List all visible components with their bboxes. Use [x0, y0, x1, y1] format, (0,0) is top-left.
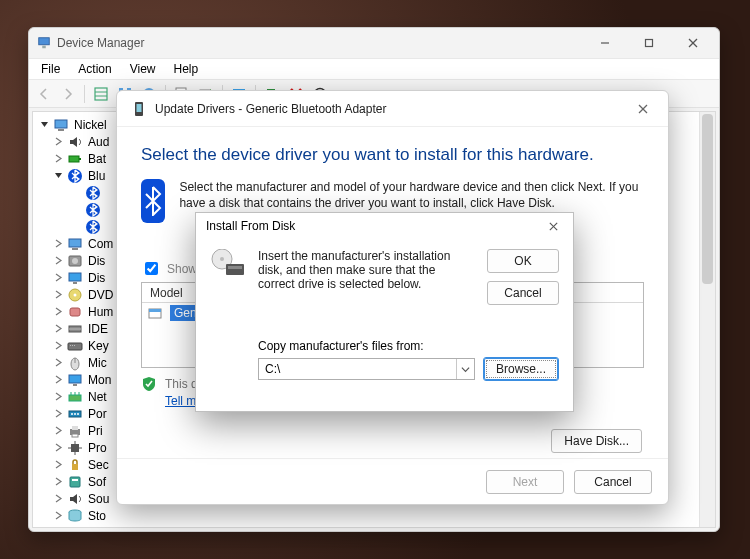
svg-rect-60 [71, 444, 79, 452]
ok-button[interactable]: OK [487, 249, 559, 273]
tree-node-label: Net [86, 390, 109, 404]
tree-node-label: Sys [86, 526, 110, 529]
tree-node-label: IDE [86, 322, 110, 336]
svg-rect-61 [72, 464, 78, 470]
svg-rect-65 [69, 528, 81, 529]
show-compatible-input[interactable] [145, 262, 158, 275]
install-from-disk-message: Insert the manufacturer's installation d… [258, 249, 472, 291]
update-drivers-close-button[interactable] [624, 95, 662, 123]
update-drivers-titlebar[interactable]: Update Drivers - Generic Bluetooth Adapt… [117, 91, 668, 127]
battery-icon [67, 151, 83, 167]
expander-icon[interactable] [53, 357, 64, 368]
tree-node[interactable]: Sys [39, 524, 715, 528]
svg-point-56 [77, 413, 79, 415]
cancel-button[interactable]: Cancel [574, 470, 652, 494]
svg-point-55 [74, 413, 76, 415]
tree-node[interactable]: Sto [39, 507, 715, 524]
net-icon [67, 389, 83, 405]
svg-rect-52 [69, 395, 81, 401]
expander-icon[interactable] [71, 221, 82, 232]
minimize-button[interactable] [583, 29, 627, 57]
sound-icon [67, 491, 83, 507]
expander-icon[interactable] [53, 425, 64, 436]
install-from-disk-close-button[interactable] [537, 215, 569, 237]
expander-icon[interactable] [53, 306, 64, 317]
svg-rect-38 [73, 282, 77, 284]
browse-button[interactable]: Browse... [483, 357, 559, 381]
bt-icon [85, 219, 101, 235]
svg-rect-33 [69, 239, 81, 247]
svg-rect-63 [72, 479, 78, 481]
mouse-icon [67, 355, 83, 371]
menu-file[interactable]: File [33, 60, 68, 78]
expander-icon[interactable] [53, 476, 64, 487]
install-from-disk-titlebar[interactable]: Install From Disk [196, 213, 573, 239]
expander-icon[interactable] [53, 442, 64, 453]
path-dropdown-button[interactable] [456, 359, 474, 379]
computer-icon [67, 236, 83, 252]
toolbar-forward-button[interactable] [57, 83, 79, 105]
expander-icon[interactable] [39, 119, 50, 130]
toolbar-detail-view-button[interactable] [90, 83, 112, 105]
svg-rect-59 [72, 434, 78, 437]
menu-action[interactable]: Action [70, 60, 119, 78]
expander-icon[interactable] [53, 374, 64, 385]
tree-node-label: Key [86, 339, 111, 353]
have-disk-button[interactable]: Have Disk... [551, 429, 642, 453]
maximize-button[interactable] [627, 29, 671, 57]
display-icon [67, 270, 83, 286]
expander-icon[interactable] [53, 255, 64, 266]
expander-icon[interactable] [53, 493, 64, 504]
svg-rect-51 [73, 384, 77, 386]
expander-icon[interactable] [53, 391, 64, 402]
path-input[interactable] [259, 362, 456, 376]
expander-icon[interactable] [71, 187, 82, 198]
expander-icon[interactable] [53, 527, 64, 528]
svg-point-36 [72, 258, 78, 264]
tree-node-label: Hum [86, 305, 115, 319]
svg-point-40 [74, 293, 77, 296]
tree-node-label: Por [86, 407, 109, 421]
expander-icon[interactable] [53, 408, 64, 419]
svg-point-54 [71, 413, 73, 415]
expander-icon[interactable] [53, 136, 64, 147]
tree-scrollbar[interactable] [699, 112, 715, 527]
tree-node-label: Aud [86, 135, 111, 149]
expander-icon[interactable] [53, 459, 64, 470]
svg-rect-79 [226, 264, 244, 275]
menu-help[interactable]: Help [166, 60, 207, 78]
expander-icon[interactable] [53, 510, 64, 521]
menu-view[interactable]: View [122, 60, 164, 78]
tree-node-label: Dis [86, 271, 107, 285]
expander-icon[interactable] [53, 340, 64, 351]
bluetooth-icon [141, 179, 165, 223]
next-button[interactable]: Next [486, 470, 564, 494]
path-combobox[interactable] [258, 358, 475, 380]
expander-icon[interactable] [71, 204, 82, 215]
svg-point-78 [220, 257, 224, 261]
ide-icon [67, 321, 83, 337]
toolbar-back-button[interactable] [33, 83, 55, 105]
install-from-disk-dialog: Install From Disk Insert the manufacture… [195, 212, 574, 412]
copy-files-from-label: Copy manufacturer's files from: [258, 339, 559, 353]
soft-icon [67, 474, 83, 490]
disk-icon [210, 249, 246, 277]
ifd-cancel-button[interactable]: Cancel [487, 281, 559, 305]
update-drivers-title: Update Drivers - Generic Bluetooth Adapt… [155, 102, 624, 116]
device-manager-titlebar[interactable]: Device Manager [29, 28, 719, 58]
svg-rect-27 [69, 156, 79, 162]
update-drivers-heading: Select the device driver you want to ins… [141, 145, 644, 165]
svg-rect-80 [228, 266, 242, 269]
svg-rect-37 [69, 273, 81, 281]
svg-rect-28 [79, 158, 81, 160]
tree-node-label: Dis [86, 254, 107, 268]
expander-icon[interactable] [53, 238, 64, 249]
expander-icon[interactable] [53, 170, 64, 181]
expander-icon[interactable] [53, 153, 64, 164]
expander-icon[interactable] [53, 272, 64, 283]
close-button[interactable] [671, 29, 715, 57]
svg-rect-26 [58, 129, 64, 131]
expander-icon[interactable] [53, 323, 64, 334]
expander-icon[interactable] [53, 289, 64, 300]
tree-node-label: Com [86, 237, 115, 251]
